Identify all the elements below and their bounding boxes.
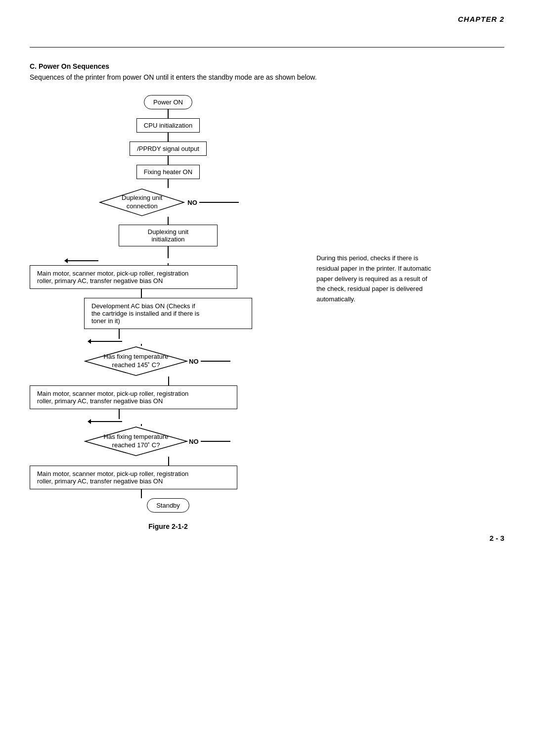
flowchart-area: Power ON CPU initialization /PPRDY signa…: [30, 95, 504, 530]
duplex-no-label: NO: [187, 199, 197, 206]
arrow-10-area: [64, 409, 272, 419]
duplex-no-branch: NO: [187, 199, 239, 206]
fix-145-text: Has fixing temperaturereached 145˚ C?: [104, 353, 169, 370]
arrowhead-left-2: [88, 339, 91, 344]
arrowhead-left-3: [88, 419, 91, 424]
arrow-7: [141, 289, 142, 298]
standby-node: Standby: [147, 498, 189, 513]
arrow-3: [168, 156, 169, 165]
arrow-9: [168, 377, 169, 385]
feedback-hline-3: [91, 421, 122, 422]
figure-caption: Figure 2-1-2: [30, 522, 307, 530]
header-rule: [30, 47, 504, 47]
main-motor-1-node: Main motor, scanner motor, pick-up rolle…: [30, 265, 307, 289]
pprdy-box: /PPRDY signal output: [130, 142, 207, 156]
pprdy-node: /PPRDY signal output: [130, 142, 207, 156]
fixing-heater-box: Fixing heater ON: [136, 165, 200, 179]
arrow-8: [119, 329, 120, 339]
feedback-170-row: [64, 419, 272, 424]
duplex-init-box: Duplexing unitinitialization: [119, 225, 218, 246]
fix-170-text: Has fixing temperaturereached 170˚ C?: [104, 433, 169, 450]
fix-145-no: NO: [189, 358, 230, 365]
duplex-conn-diamond: Duplexing unitconnection: [97, 188, 186, 217]
fix-170-no: NO: [189, 438, 230, 445]
main-motor-1-box: Main motor, scanner motor, pick-up rolle…: [30, 265, 237, 289]
feedback-arrow: [64, 258, 98, 263]
arrow-1: [168, 109, 169, 118]
dev-ac-box: Development AC bias ON (Checks ifthe car…: [84, 298, 252, 329]
side-note: During this period, checks if there is r…: [316, 253, 435, 305]
duplex-conn-section: Duplexing unitconnection NO Duplexing un…: [30, 188, 307, 258]
power-on-node: Power ON: [144, 95, 192, 109]
cpu-init-box: CPU initialization: [136, 118, 200, 133]
fix-145-no-hline: [201, 361, 230, 362]
no-line-h: [199, 202, 239, 203]
page-number: 2 - 3: [490, 534, 504, 542]
fix-170-row: Has fixing temperaturereached 170˚ C? NO: [30, 426, 307, 457]
fix-170-no-hline: [201, 441, 230, 442]
fixing-heater-node: Fixing heater ON: [136, 165, 200, 179]
arrow-10: [119, 409, 120, 419]
feedback-hline-2: [91, 341, 122, 342]
feedback-v: [168, 246, 169, 258]
feedback-145-row: [64, 339, 272, 344]
arrow-5: [168, 217, 169, 225]
section-title: C. Power On Sequences: [30, 62, 504, 70]
feedback-arrow-area: [64, 246, 272, 258]
feedback-row: [64, 258, 272, 263]
section-desc: Sequences of the printer from power ON u…: [30, 73, 504, 81]
chapter-header: CHAPTER 2: [458, 15, 504, 23]
cpu-init-node: CPU initialization: [136, 118, 200, 133]
arrow-12: [141, 489, 142, 498]
standby-box: Standby: [147, 498, 189, 513]
fix-145-diamond: Has fixing temperaturereached 145˚ C?: [84, 346, 188, 377]
main-motor-3-node: Main motor, scanner motor, pick-up rolle…: [30, 466, 307, 489]
main-motor-2-node: Main motor, scanner motor, pick-up rolle…: [30, 385, 307, 409]
fix-170-no-label: NO: [189, 438, 199, 445]
feedback-hline: [68, 260, 98, 261]
arrow-2: [168, 133, 169, 142]
arrow-11: [168, 457, 169, 466]
fix-145-row: Has fixing temperaturereached 145˚ C? NO: [30, 346, 307, 377]
duplex-conn-row: Duplexing unitconnection NO: [97, 188, 239, 217]
main-motor-2-box: Main motor, scanner motor, pick-up rolle…: [30, 385, 237, 409]
flowchart: Power ON CPU initialization /PPRDY signa…: [30, 95, 307, 530]
power-on-box: Power ON: [144, 95, 192, 109]
arrowhead-left: [64, 258, 68, 263]
arrow-8-area: [64, 329, 272, 339]
fix-170-diamond: Has fixing temperaturereached 170˚ C?: [84, 426, 188, 457]
main-motor-3-box: Main motor, scanner motor, pick-up rolle…: [30, 466, 237, 489]
page: CHAPTER 2 C. Power On Sequences Sequence…: [0, 0, 534, 560]
duplex-init-section: Duplexing unitinitialization: [119, 225, 218, 246]
arrow-4: [168, 179, 169, 188]
fix-145-no-label: NO: [189, 358, 199, 365]
dev-ac-node: Development AC bias ON (Checks ifthe car…: [84, 298, 252, 329]
duplex-conn-text: Duplexing unitconnection: [122, 194, 162, 211]
